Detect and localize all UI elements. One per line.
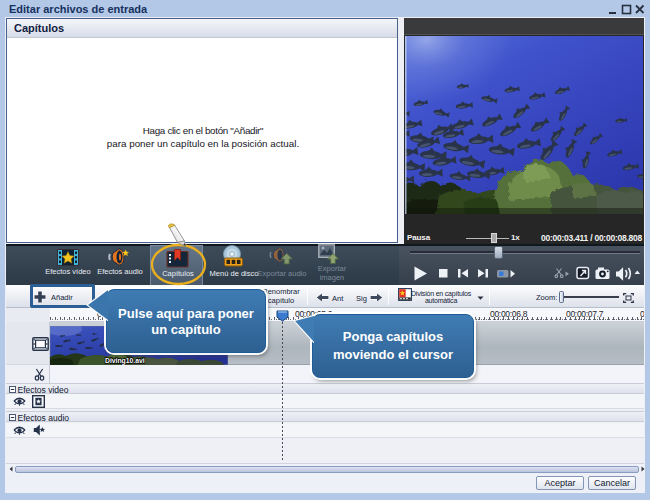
svg-text:Diving10.avi: Diving10.avi — [105, 357, 145, 365]
